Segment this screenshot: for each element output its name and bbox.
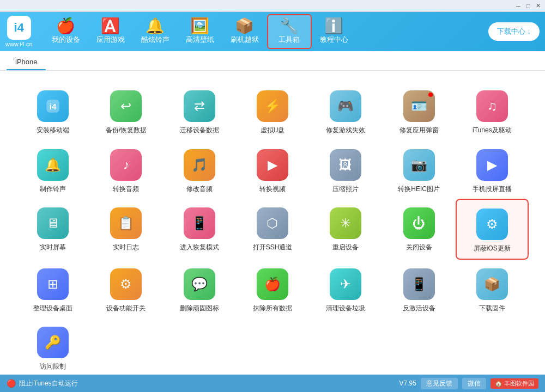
wechat-button[interactable]: 微信 [462, 378, 486, 389]
migrate-data-label: 迁移设备数据 [180, 126, 219, 135]
tool-wipe-data[interactable]: 🍎抹除所有数据 [236, 260, 309, 318]
wallpaper-label: 高清壁纸 [186, 35, 214, 45]
tool-fix-game[interactable]: 🎮修复游戏失效 [309, 82, 382, 140]
tool-realtime-screen[interactable]: 🖥实时屏幕 [16, 199, 89, 260]
toolbox-icon: 🔧 [280, 19, 299, 34]
organize-desktop-label: 整理设备桌面 [33, 304, 72, 313]
logo[interactable]: i4 www.i4.cn [5, 16, 33, 47]
convert-audio-icon: ♪ [110, 149, 142, 181]
wallpaper-icon: 🖼️ [190, 19, 209, 34]
tool-restart-device[interactable]: ✳重启设备 [309, 199, 382, 260]
status-bar: 🔴 阻止iTunes自动运行 V7.95 意见反馈 微信 🏠 丰图软件园 [0, 375, 545, 392]
tool-organize-desktop[interactable]: ⊞整理设备桌面 [16, 260, 89, 318]
status-right: V7.95 意见反馈 微信 🏠 丰图软件园 [399, 378, 538, 389]
open-ssh-label: 打开SSH通道 [253, 243, 293, 252]
tool-screen-mirror[interactable]: ▶手机投屏直播 [456, 140, 529, 199]
wipe-data-icon: 🍎 [257, 268, 288, 300]
tool-device-functions[interactable]: ⚙设备功能开关 [89, 260, 162, 318]
deactivate-icon: 📱 [403, 268, 435, 300]
nav-tutorial[interactable]: ℹ️ 教程中心 [312, 15, 356, 48]
tutorial-icon: ℹ️ [324, 19, 343, 34]
status-version: V7.95 [399, 379, 416, 387]
tool-backup-restore[interactable]: ↩备份/恢复数据 [89, 82, 162, 140]
tool-migrate-data[interactable]: ⇄迁移设备数据 [163, 82, 236, 140]
clean-junk-icon: ✈ [330, 268, 361, 300]
nav-toolbox[interactable]: 🔧 工具箱 [267, 14, 312, 49]
tool-convert-audio[interactable]: ♪转换音频 [89, 140, 162, 199]
my-device-icon: 🍎 [56, 19, 75, 34]
ringtone-icon: 🔔 [146, 19, 165, 34]
maximize-button[interactable]: □ [523, 1, 533, 11]
tool-access-restrict[interactable]: 🔑访问限制 [16, 318, 89, 375]
tool-fix-app-popup[interactable]: 🪪修复应用弹窗 [382, 82, 455, 140]
tool-delete-stubborn[interactable]: 💬删除顽固图标 [163, 260, 236, 318]
tool-block-ios-update[interactable]: ⚙屏蔽iOS更新 [456, 199, 529, 260]
nav-ringtone[interactable]: 🔔 酷炫铃声 [133, 15, 178, 48]
tools-grid: i4安装移动端↩备份/恢复数据⇄迁移设备数据⚡虚拟U盘🎮修复游戏失效🪪修复应用弹… [16, 82, 529, 375]
feedback-button[interactable]: 意见反馈 [421, 378, 458, 389]
virtual-usb-icon: ⚡ [257, 90, 288, 122]
status-left: 🔴 阻止iTunes自动运行 [7, 379, 78, 388]
recovery-mode-label: 进入恢复模式 [180, 243, 219, 252]
organize-desktop-icon: ⊞ [37, 268, 69, 300]
download-center-button[interactable]: 下载中心 ↓ [488, 22, 540, 41]
screen-mirror-icon: ▶ [476, 149, 508, 181]
nav-jailbreak[interactable]: 📦 刷机越狱 [222, 15, 267, 48]
migrate-data-icon: ⇄ [184, 90, 215, 122]
nav-my-device[interactable]: 🍎 我的设备 [44, 15, 88, 48]
brand-label: 🏠 丰图软件园 [491, 378, 538, 389]
install-app-label: 安装移动端 [37, 126, 69, 135]
tool-open-ssh[interactable]: ⬡打开SSH通道 [236, 199, 309, 260]
download-firmware-label: 下载固件 [479, 304, 505, 313]
tool-convert-video[interactable]: ▶转换视频 [236, 140, 309, 199]
convert-heic-label: 转换HEIC图片 [398, 185, 440, 194]
recovery-mode-icon: 📱 [184, 207, 215, 239]
nav-app-game[interactable]: 🅰️ 应用游戏 [88, 15, 133, 48]
backup-restore-icon: ↩ [110, 90, 142, 122]
tool-clean-junk[interactable]: ✈清理设备垃圾 [309, 260, 382, 318]
jailbreak-label: 刷机越狱 [231, 35, 259, 45]
compress-photo-label: 压缩照片 [332, 185, 359, 194]
tab-iphone[interactable]: iPhone [7, 54, 46, 70]
tool-deactivate[interactable]: 📱反激活设备 [382, 260, 455, 318]
screen-mirror-label: 手机投屏直播 [473, 185, 512, 194]
access-restrict-icon: 🔑 [37, 327, 69, 358]
virtual-usb-label: 虚拟U盘 [261, 126, 285, 135]
nav-bar: i4 www.i4.cn 🍎 我的设备 🅰️ 应用游戏 🔔 酷炫铃声 🖼️ 高清… [0, 12, 545, 51]
fix-app-popup-label: 修复应用弹窗 [399, 126, 439, 135]
tool-make-ringtone[interactable]: 🔔制作铃声 [16, 140, 89, 199]
tool-install-app[interactable]: i4安装移动端 [16, 82, 89, 140]
edit-audio-icon: 🎵 [184, 149, 215, 181]
tool-virtual-usb[interactable]: ⚡虚拟U盘 [236, 82, 309, 140]
tool-edit-audio[interactable]: 🎵修改音频 [163, 140, 236, 199]
jailbreak-icon: 📦 [235, 19, 254, 34]
my-device-label: 我的设备 [52, 35, 80, 45]
tool-compress-photo[interactable]: 🖼压缩照片 [309, 140, 382, 199]
itunes-driver-icon: ♫ [476, 90, 508, 122]
minimize-button[interactable]: ─ [513, 1, 523, 11]
logo-icon: i4 [7, 16, 31, 40]
delete-stubborn-label: 删除顽固图标 [180, 304, 219, 313]
backup-restore-label: 备份/恢复数据 [106, 126, 147, 135]
wipe-data-label: 抹除所有数据 [253, 304, 292, 313]
access-restrict-label: 访问限制 [40, 363, 66, 371]
device-functions-icon: ⚙ [110, 268, 142, 300]
tool-download-firmware[interactable]: 📦下载固件 [456, 260, 529, 318]
block-ios-update-icon: ⚙ [476, 209, 508, 240]
tool-convert-heic[interactable]: 📷转换HEIC图片 [382, 140, 455, 199]
tool-recovery-mode[interactable]: 📱进入恢复模式 [163, 199, 236, 260]
tool-realtime-log[interactable]: 📋实时日志 [89, 199, 162, 260]
nav-items: 🍎 我的设备 🅰️ 应用游戏 🔔 酷炫铃声 🖼️ 高清壁纸 📦 刷机越狱 🔧 工… [44, 14, 483, 49]
nav-wallpaper[interactable]: 🖼️ 高清壁纸 [178, 15, 222, 48]
realtime-screen-label: 实时屏幕 [40, 243, 66, 252]
convert-video-icon: ▶ [257, 149, 288, 181]
make-ringtone-label: 制作铃声 [40, 185, 66, 194]
tool-shutdown-device[interactable]: ⏻关闭设备 [382, 199, 455, 260]
open-ssh-icon: ⬡ [257, 207, 288, 239]
fix-app-popup-icon: 🪪 [403, 90, 435, 122]
shutdown-device-label: 关闭设备 [406, 243, 432, 252]
tool-itunes-driver[interactable]: ♫iTunes及驱动 [456, 82, 529, 140]
close-button[interactable]: ✕ [533, 1, 543, 11]
restart-device-label: 重启设备 [332, 243, 359, 252]
make-ringtone-icon: 🔔 [37, 149, 69, 181]
